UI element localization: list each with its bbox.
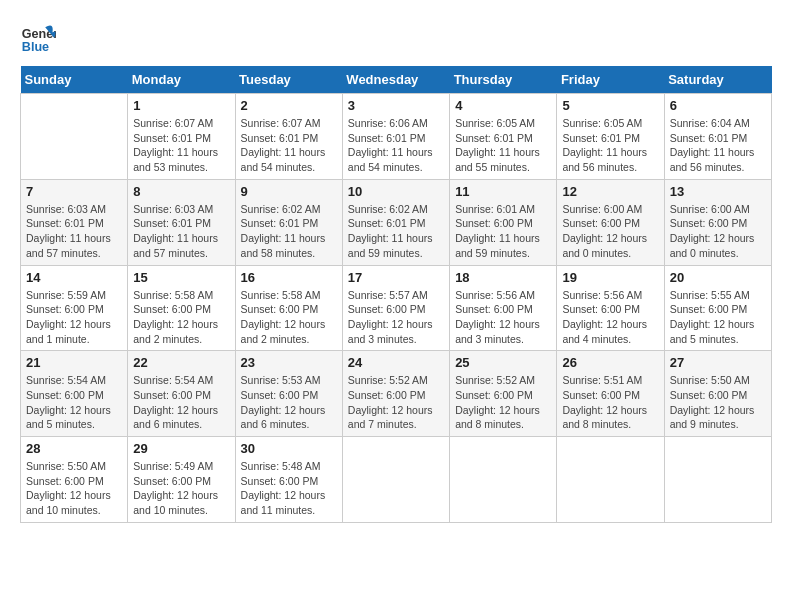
day-cell bbox=[450, 437, 557, 523]
day-info: Sunrise: 5:49 AM Sunset: 6:00 PM Dayligh… bbox=[133, 459, 229, 518]
day-cell: 26Sunrise: 5:51 AM Sunset: 6:00 PM Dayli… bbox=[557, 351, 664, 437]
day-number: 19 bbox=[562, 270, 658, 285]
day-cell: 5Sunrise: 6:05 AM Sunset: 6:01 PM Daylig… bbox=[557, 94, 664, 180]
day-info: Sunrise: 5:54 AM Sunset: 6:00 PM Dayligh… bbox=[26, 373, 122, 432]
day-cell: 25Sunrise: 5:52 AM Sunset: 6:00 PM Dayli… bbox=[450, 351, 557, 437]
day-info: Sunrise: 5:48 AM Sunset: 6:00 PM Dayligh… bbox=[241, 459, 337, 518]
day-info: Sunrise: 6:05 AM Sunset: 6:01 PM Dayligh… bbox=[455, 116, 551, 175]
day-number: 9 bbox=[241, 184, 337, 199]
day-number: 24 bbox=[348, 355, 444, 370]
day-number: 30 bbox=[241, 441, 337, 456]
day-info: Sunrise: 6:06 AM Sunset: 6:01 PM Dayligh… bbox=[348, 116, 444, 175]
day-info: Sunrise: 5:52 AM Sunset: 6:00 PM Dayligh… bbox=[455, 373, 551, 432]
day-cell: 6Sunrise: 6:04 AM Sunset: 6:01 PM Daylig… bbox=[664, 94, 771, 180]
day-number: 27 bbox=[670, 355, 766, 370]
day-number: 6 bbox=[670, 98, 766, 113]
day-number: 29 bbox=[133, 441, 229, 456]
day-number: 14 bbox=[26, 270, 122, 285]
day-info: Sunrise: 6:02 AM Sunset: 6:01 PM Dayligh… bbox=[348, 202, 444, 261]
header-cell-tuesday: Tuesday bbox=[235, 66, 342, 94]
day-number: 26 bbox=[562, 355, 658, 370]
day-number: 25 bbox=[455, 355, 551, 370]
day-cell: 16Sunrise: 5:58 AM Sunset: 6:00 PM Dayli… bbox=[235, 265, 342, 351]
day-cell: 7Sunrise: 6:03 AM Sunset: 6:01 PM Daylig… bbox=[21, 179, 128, 265]
header-cell-thursday: Thursday bbox=[450, 66, 557, 94]
day-number: 21 bbox=[26, 355, 122, 370]
day-info: Sunrise: 5:58 AM Sunset: 6:00 PM Dayligh… bbox=[241, 288, 337, 347]
day-info: Sunrise: 5:57 AM Sunset: 6:00 PM Dayligh… bbox=[348, 288, 444, 347]
day-cell bbox=[21, 94, 128, 180]
day-number: 13 bbox=[670, 184, 766, 199]
day-info: Sunrise: 5:55 AM Sunset: 6:00 PM Dayligh… bbox=[670, 288, 766, 347]
day-number: 3 bbox=[348, 98, 444, 113]
day-cell: 17Sunrise: 5:57 AM Sunset: 6:00 PM Dayli… bbox=[342, 265, 449, 351]
day-info: Sunrise: 6:05 AM Sunset: 6:01 PM Dayligh… bbox=[562, 116, 658, 175]
day-cell: 21Sunrise: 5:54 AM Sunset: 6:00 PM Dayli… bbox=[21, 351, 128, 437]
header-row: SundayMondayTuesdayWednesdayThursdayFrid… bbox=[21, 66, 772, 94]
day-cell: 24Sunrise: 5:52 AM Sunset: 6:00 PM Dayli… bbox=[342, 351, 449, 437]
header: General Blue bbox=[20, 20, 772, 56]
day-cell bbox=[342, 437, 449, 523]
day-number: 23 bbox=[241, 355, 337, 370]
day-cell: 28Sunrise: 5:50 AM Sunset: 6:00 PM Dayli… bbox=[21, 437, 128, 523]
day-cell: 13Sunrise: 6:00 AM Sunset: 6:00 PM Dayli… bbox=[664, 179, 771, 265]
header-cell-friday: Friday bbox=[557, 66, 664, 94]
day-cell: 10Sunrise: 6:02 AM Sunset: 6:01 PM Dayli… bbox=[342, 179, 449, 265]
day-cell bbox=[557, 437, 664, 523]
day-info: Sunrise: 6:02 AM Sunset: 6:01 PM Dayligh… bbox=[241, 202, 337, 261]
day-cell: 1Sunrise: 6:07 AM Sunset: 6:01 PM Daylig… bbox=[128, 94, 235, 180]
header-cell-saturday: Saturday bbox=[664, 66, 771, 94]
day-cell: 12Sunrise: 6:00 AM Sunset: 6:00 PM Dayli… bbox=[557, 179, 664, 265]
day-number: 11 bbox=[455, 184, 551, 199]
day-info: Sunrise: 5:59 AM Sunset: 6:00 PM Dayligh… bbox=[26, 288, 122, 347]
day-info: Sunrise: 5:56 AM Sunset: 6:00 PM Dayligh… bbox=[562, 288, 658, 347]
day-cell: 29Sunrise: 5:49 AM Sunset: 6:00 PM Dayli… bbox=[128, 437, 235, 523]
header-cell-sunday: Sunday bbox=[21, 66, 128, 94]
day-cell: 3Sunrise: 6:06 AM Sunset: 6:01 PM Daylig… bbox=[342, 94, 449, 180]
header-cell-wednesday: Wednesday bbox=[342, 66, 449, 94]
day-info: Sunrise: 6:00 AM Sunset: 6:00 PM Dayligh… bbox=[562, 202, 658, 261]
day-info: Sunrise: 6:03 AM Sunset: 6:01 PM Dayligh… bbox=[133, 202, 229, 261]
day-cell: 19Sunrise: 5:56 AM Sunset: 6:00 PM Dayli… bbox=[557, 265, 664, 351]
day-cell: 4Sunrise: 6:05 AM Sunset: 6:01 PM Daylig… bbox=[450, 94, 557, 180]
header-cell-monday: Monday bbox=[128, 66, 235, 94]
day-cell: 18Sunrise: 5:56 AM Sunset: 6:00 PM Dayli… bbox=[450, 265, 557, 351]
day-info: Sunrise: 5:58 AM Sunset: 6:00 PM Dayligh… bbox=[133, 288, 229, 347]
day-info: Sunrise: 5:54 AM Sunset: 6:00 PM Dayligh… bbox=[133, 373, 229, 432]
day-cell: 23Sunrise: 5:53 AM Sunset: 6:00 PM Dayli… bbox=[235, 351, 342, 437]
day-cell: 2Sunrise: 6:07 AM Sunset: 6:01 PM Daylig… bbox=[235, 94, 342, 180]
day-cell: 8Sunrise: 6:03 AM Sunset: 6:01 PM Daylig… bbox=[128, 179, 235, 265]
day-cell: 20Sunrise: 5:55 AM Sunset: 6:00 PM Dayli… bbox=[664, 265, 771, 351]
day-number: 12 bbox=[562, 184, 658, 199]
day-info: Sunrise: 5:50 AM Sunset: 6:00 PM Dayligh… bbox=[670, 373, 766, 432]
day-number: 10 bbox=[348, 184, 444, 199]
week-row-4: 21Sunrise: 5:54 AM Sunset: 6:00 PM Dayli… bbox=[21, 351, 772, 437]
logo-icon: General Blue bbox=[20, 20, 56, 56]
day-cell: 11Sunrise: 6:01 AM Sunset: 6:00 PM Dayli… bbox=[450, 179, 557, 265]
day-number: 8 bbox=[133, 184, 229, 199]
day-cell: 9Sunrise: 6:02 AM Sunset: 6:01 PM Daylig… bbox=[235, 179, 342, 265]
day-number: 20 bbox=[670, 270, 766, 285]
day-info: Sunrise: 6:07 AM Sunset: 6:01 PM Dayligh… bbox=[241, 116, 337, 175]
day-number: 2 bbox=[241, 98, 337, 113]
day-number: 5 bbox=[562, 98, 658, 113]
week-row-5: 28Sunrise: 5:50 AM Sunset: 6:00 PM Dayli… bbox=[21, 437, 772, 523]
day-cell: 15Sunrise: 5:58 AM Sunset: 6:00 PM Dayli… bbox=[128, 265, 235, 351]
day-info: Sunrise: 5:56 AM Sunset: 6:00 PM Dayligh… bbox=[455, 288, 551, 347]
day-number: 1 bbox=[133, 98, 229, 113]
svg-text:Blue: Blue bbox=[22, 40, 49, 54]
day-info: Sunrise: 5:53 AM Sunset: 6:00 PM Dayligh… bbox=[241, 373, 337, 432]
day-info: Sunrise: 6:07 AM Sunset: 6:01 PM Dayligh… bbox=[133, 116, 229, 175]
day-number: 22 bbox=[133, 355, 229, 370]
day-number: 17 bbox=[348, 270, 444, 285]
day-info: Sunrise: 6:04 AM Sunset: 6:01 PM Dayligh… bbox=[670, 116, 766, 175]
day-number: 16 bbox=[241, 270, 337, 285]
day-cell: 14Sunrise: 5:59 AM Sunset: 6:00 PM Dayli… bbox=[21, 265, 128, 351]
week-row-1: 1Sunrise: 6:07 AM Sunset: 6:01 PM Daylig… bbox=[21, 94, 772, 180]
day-cell bbox=[664, 437, 771, 523]
logo: General Blue bbox=[20, 20, 60, 56]
day-info: Sunrise: 5:50 AM Sunset: 6:00 PM Dayligh… bbox=[26, 459, 122, 518]
day-info: Sunrise: 6:03 AM Sunset: 6:01 PM Dayligh… bbox=[26, 202, 122, 261]
day-number: 4 bbox=[455, 98, 551, 113]
day-cell: 30Sunrise: 5:48 AM Sunset: 6:00 PM Dayli… bbox=[235, 437, 342, 523]
